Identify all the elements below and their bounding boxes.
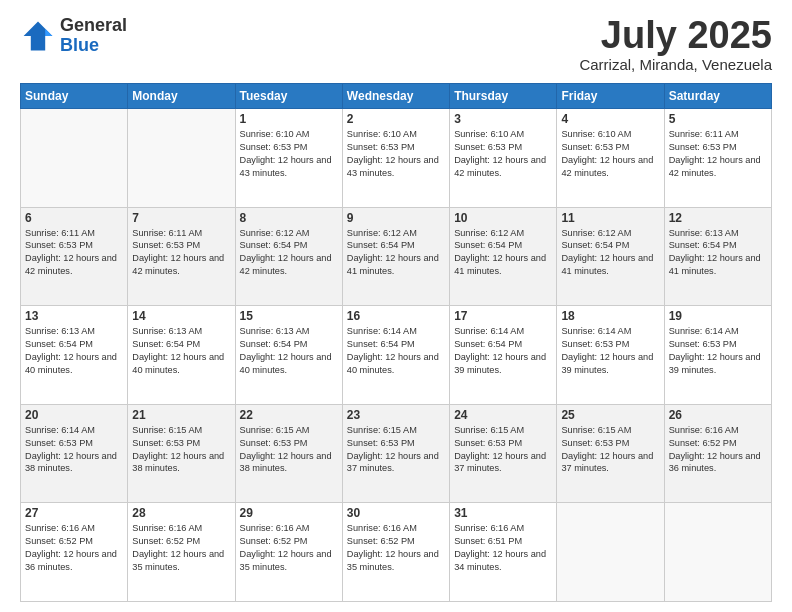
cell-info: Sunrise: 6:15 AMSunset: 6:53 PMDaylight:… <box>132 424 230 476</box>
calendar-table: Sunday Monday Tuesday Wednesday Thursday… <box>20 83 772 602</box>
calendar-cell: 2Sunrise: 6:10 AMSunset: 6:53 PMDaylight… <box>342 109 449 208</box>
calendar-cell: 9Sunrise: 6:12 AMSunset: 6:54 PMDaylight… <box>342 207 449 306</box>
calendar-week-2: 6Sunrise: 6:11 AMSunset: 6:53 PMDaylight… <box>21 207 772 306</box>
page: General Blue July 2025 Carrizal, Miranda… <box>0 0 792 612</box>
cell-info: Sunrise: 6:15 AMSunset: 6:53 PMDaylight:… <box>454 424 552 476</box>
cell-info: Sunrise: 6:10 AMSunset: 6:53 PMDaylight:… <box>240 128 338 180</box>
calendar-cell <box>557 503 664 602</box>
cell-info: Sunrise: 6:16 AMSunset: 6:52 PMDaylight:… <box>240 522 338 574</box>
day-number: 17 <box>454 309 552 323</box>
day-number: 29 <box>240 506 338 520</box>
month-title: July 2025 <box>579 16 772 54</box>
calendar-cell: 31Sunrise: 6:16 AMSunset: 6:51 PMDayligh… <box>450 503 557 602</box>
col-monday: Monday <box>128 84 235 109</box>
calendar-cell: 5Sunrise: 6:11 AMSunset: 6:53 PMDaylight… <box>664 109 771 208</box>
cell-info: Sunrise: 6:11 AMSunset: 6:53 PMDaylight:… <box>132 227 230 279</box>
calendar-cell: 14Sunrise: 6:13 AMSunset: 6:54 PMDayligh… <box>128 306 235 405</box>
col-saturday: Saturday <box>664 84 771 109</box>
calendar-cell: 26Sunrise: 6:16 AMSunset: 6:52 PMDayligh… <box>664 404 771 503</box>
cell-info: Sunrise: 6:16 AMSunset: 6:52 PMDaylight:… <box>132 522 230 574</box>
col-tuesday: Tuesday <box>235 84 342 109</box>
header-row: Sunday Monday Tuesday Wednesday Thursday… <box>21 84 772 109</box>
calendar-cell: 19Sunrise: 6:14 AMSunset: 6:53 PMDayligh… <box>664 306 771 405</box>
cell-info: Sunrise: 6:13 AMSunset: 6:54 PMDaylight:… <box>669 227 767 279</box>
day-number: 4 <box>561 112 659 126</box>
day-number: 27 <box>25 506 123 520</box>
calendar-cell: 7Sunrise: 6:11 AMSunset: 6:53 PMDaylight… <box>128 207 235 306</box>
location: Carrizal, Miranda, Venezuela <box>579 56 772 73</box>
cell-info: Sunrise: 6:13 AMSunset: 6:54 PMDaylight:… <box>240 325 338 377</box>
cell-info: Sunrise: 6:16 AMSunset: 6:52 PMDaylight:… <box>347 522 445 574</box>
day-number: 7 <box>132 211 230 225</box>
cell-info: Sunrise: 6:16 AMSunset: 6:52 PMDaylight:… <box>25 522 123 574</box>
title-area: July 2025 Carrizal, Miranda, Venezuela <box>579 16 772 73</box>
calendar-cell: 16Sunrise: 6:14 AMSunset: 6:54 PMDayligh… <box>342 306 449 405</box>
col-thursday: Thursday <box>450 84 557 109</box>
calendar-cell: 28Sunrise: 6:16 AMSunset: 6:52 PMDayligh… <box>128 503 235 602</box>
calendar-week-5: 27Sunrise: 6:16 AMSunset: 6:52 PMDayligh… <box>21 503 772 602</box>
day-number: 6 <box>25 211 123 225</box>
calendar-cell <box>21 109 128 208</box>
cell-info: Sunrise: 6:14 AMSunset: 6:53 PMDaylight:… <box>561 325 659 377</box>
cell-info: Sunrise: 6:12 AMSunset: 6:54 PMDaylight:… <box>347 227 445 279</box>
calendar-cell: 27Sunrise: 6:16 AMSunset: 6:52 PMDayligh… <box>21 503 128 602</box>
day-number: 16 <box>347 309 445 323</box>
day-number: 19 <box>669 309 767 323</box>
day-number: 30 <box>347 506 445 520</box>
day-number: 31 <box>454 506 552 520</box>
calendar-cell: 10Sunrise: 6:12 AMSunset: 6:54 PMDayligh… <box>450 207 557 306</box>
logo-general-text: General <box>60 16 127 36</box>
calendar-week-4: 20Sunrise: 6:14 AMSunset: 6:53 PMDayligh… <box>21 404 772 503</box>
cell-info: Sunrise: 6:11 AMSunset: 6:53 PMDaylight:… <box>25 227 123 279</box>
logo-blue-text: Blue <box>60 36 127 56</box>
calendar-week-1: 1Sunrise: 6:10 AMSunset: 6:53 PMDaylight… <box>21 109 772 208</box>
cell-info: Sunrise: 6:11 AMSunset: 6:53 PMDaylight:… <box>669 128 767 180</box>
day-number: 2 <box>347 112 445 126</box>
logo-icon <box>20 18 56 54</box>
calendar-cell: 22Sunrise: 6:15 AMSunset: 6:53 PMDayligh… <box>235 404 342 503</box>
cell-info: Sunrise: 6:14 AMSunset: 6:53 PMDaylight:… <box>25 424 123 476</box>
day-number: 11 <box>561 211 659 225</box>
calendar-cell: 21Sunrise: 6:15 AMSunset: 6:53 PMDayligh… <box>128 404 235 503</box>
cell-info: Sunrise: 6:14 AMSunset: 6:54 PMDaylight:… <box>454 325 552 377</box>
calendar-cell: 13Sunrise: 6:13 AMSunset: 6:54 PMDayligh… <box>21 306 128 405</box>
calendar-week-3: 13Sunrise: 6:13 AMSunset: 6:54 PMDayligh… <box>21 306 772 405</box>
cell-info: Sunrise: 6:14 AMSunset: 6:54 PMDaylight:… <box>347 325 445 377</box>
calendar-cell: 4Sunrise: 6:10 AMSunset: 6:53 PMDaylight… <box>557 109 664 208</box>
col-wednesday: Wednesday <box>342 84 449 109</box>
day-number: 3 <box>454 112 552 126</box>
calendar-cell: 15Sunrise: 6:13 AMSunset: 6:54 PMDayligh… <box>235 306 342 405</box>
cell-info: Sunrise: 6:13 AMSunset: 6:54 PMDaylight:… <box>132 325 230 377</box>
calendar-cell: 29Sunrise: 6:16 AMSunset: 6:52 PMDayligh… <box>235 503 342 602</box>
calendar-cell: 6Sunrise: 6:11 AMSunset: 6:53 PMDaylight… <box>21 207 128 306</box>
calendar-cell: 24Sunrise: 6:15 AMSunset: 6:53 PMDayligh… <box>450 404 557 503</box>
cell-info: Sunrise: 6:10 AMSunset: 6:53 PMDaylight:… <box>454 128 552 180</box>
day-number: 9 <box>347 211 445 225</box>
calendar-cell <box>128 109 235 208</box>
day-number: 24 <box>454 408 552 422</box>
logo: General Blue <box>20 16 127 56</box>
col-sunday: Sunday <box>21 84 128 109</box>
cell-info: Sunrise: 6:16 AMSunset: 6:51 PMDaylight:… <box>454 522 552 574</box>
calendar-cell: 20Sunrise: 6:14 AMSunset: 6:53 PMDayligh… <box>21 404 128 503</box>
calendar-cell: 30Sunrise: 6:16 AMSunset: 6:52 PMDayligh… <box>342 503 449 602</box>
cell-info: Sunrise: 6:16 AMSunset: 6:52 PMDaylight:… <box>669 424 767 476</box>
day-number: 28 <box>132 506 230 520</box>
logo-text: General Blue <box>60 16 127 56</box>
calendar-cell: 23Sunrise: 6:15 AMSunset: 6:53 PMDayligh… <box>342 404 449 503</box>
day-number: 12 <box>669 211 767 225</box>
day-number: 18 <box>561 309 659 323</box>
cell-info: Sunrise: 6:15 AMSunset: 6:53 PMDaylight:… <box>561 424 659 476</box>
day-number: 23 <box>347 408 445 422</box>
day-number: 5 <box>669 112 767 126</box>
cell-info: Sunrise: 6:13 AMSunset: 6:54 PMDaylight:… <box>25 325 123 377</box>
cell-info: Sunrise: 6:14 AMSunset: 6:53 PMDaylight:… <box>669 325 767 377</box>
day-number: 20 <box>25 408 123 422</box>
day-number: 13 <box>25 309 123 323</box>
calendar-cell <box>664 503 771 602</box>
calendar-cell: 11Sunrise: 6:12 AMSunset: 6:54 PMDayligh… <box>557 207 664 306</box>
calendar-cell: 12Sunrise: 6:13 AMSunset: 6:54 PMDayligh… <box>664 207 771 306</box>
calendar-cell: 18Sunrise: 6:14 AMSunset: 6:53 PMDayligh… <box>557 306 664 405</box>
cell-info: Sunrise: 6:12 AMSunset: 6:54 PMDaylight:… <box>240 227 338 279</box>
day-number: 8 <box>240 211 338 225</box>
